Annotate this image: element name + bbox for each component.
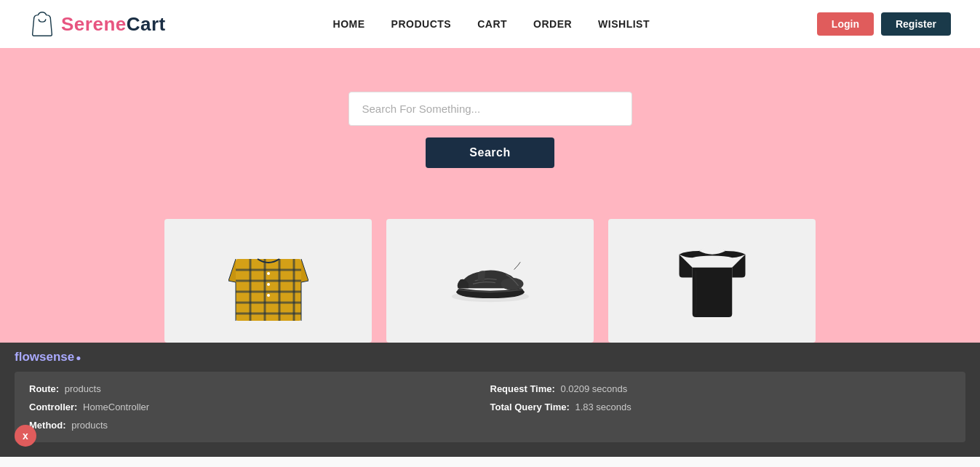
flowsense-method: Method: products (29, 420, 490, 431)
product-image-tshirt (608, 219, 816, 343)
products-section (0, 197, 980, 343)
navbar: SereneCart HOME PRODUCTS CART ORDER WISH… (0, 0, 980, 48)
flowsense-route: Route: products (29, 383, 490, 394)
flowsense-left: Route: products Controller: HomeControll… (29, 383, 490, 431)
hero-section: Search (0, 48, 980, 197)
flowsense-total-query: Total Query Time: 1.83 seconds (490, 402, 952, 412)
nav-products[interactable]: PRODUCTS (391, 18, 452, 30)
product-card-shoe[interactable] (386, 219, 594, 343)
product-image-shirt (164, 219, 372, 343)
flowsense-content: Route: products Controller: HomeControll… (15, 372, 965, 442)
nav-wishlist[interactable]: WISHLIST (598, 18, 650, 30)
svg-point-11 (267, 283, 270, 286)
flowsense-request-time: Request Time: 0.0209 seconds (490, 383, 952, 394)
nav-cart[interactable]: CART (477, 18, 507, 30)
svg-point-12 (267, 294, 270, 297)
flowsense-controller: Controller: HomeController (29, 402, 490, 412)
flowsense-right: Request Time: 0.0209 seconds Total Query… (490, 383, 952, 431)
logo-icon (29, 9, 55, 39)
login-button[interactable]: Login (817, 12, 874, 36)
search-input[interactable] (348, 92, 632, 126)
svg-rect-0 (236, 259, 301, 321)
product-card-tshirt[interactable] (608, 219, 816, 343)
nav-buttons: Login Register (817, 12, 951, 36)
logo-cart-text: Cart (127, 13, 166, 35)
logo-serene-text: Serene (61, 13, 127, 35)
flowsense-panel: flowsense● Route: products Controller: H… (0, 343, 980, 457)
nav-links: HOME PRODUCTS CART ORDER WISHLIST (333, 18, 650, 30)
nav-order[interactable]: ORDER (533, 18, 572, 30)
flowsense-title: flowsense● (15, 350, 965, 364)
product-image-shoe (386, 219, 594, 343)
product-card-shirt[interactable] (164, 219, 372, 343)
flowsense-dot: ● (76, 353, 81, 363)
logo[interactable]: SereneCart (29, 9, 166, 39)
register-button[interactable]: Register (881, 12, 951, 36)
search-button[interactable]: Search (426, 137, 554, 168)
nav-home[interactable]: HOME (333, 18, 365, 30)
svg-point-10 (267, 272, 270, 275)
flowsense-close-button[interactable]: x (15, 425, 36, 447)
